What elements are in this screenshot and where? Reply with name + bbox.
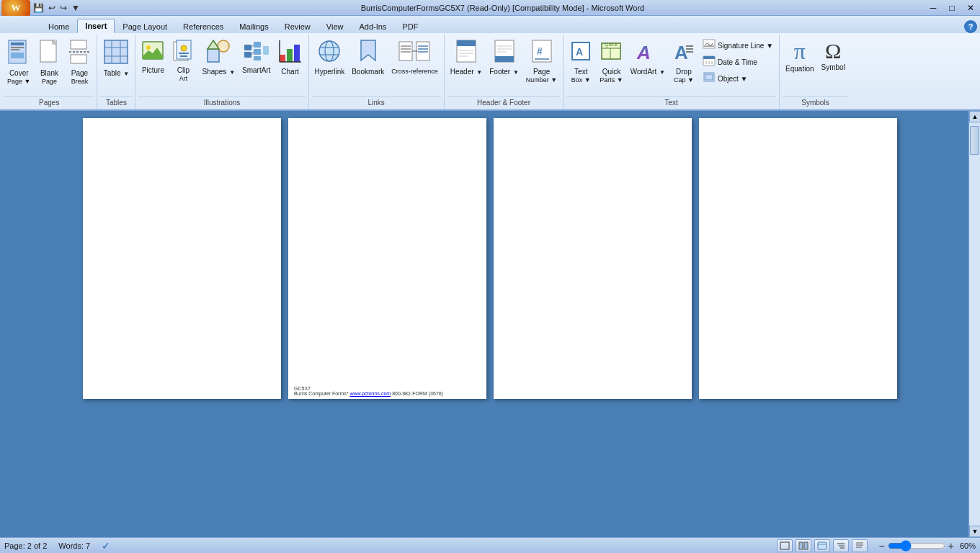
smartart-button[interactable]: SmartArt: [239, 37, 273, 76]
svg-point-40: [319, 41, 339, 61]
clip-art-button[interactable]: ClipArt: [169, 37, 197, 84]
svg-rect-90: [818, 542, 827, 549]
bookmark-button[interactable]: Bookmark: [349, 37, 387, 77]
hyperlink-button[interactable]: Hyperlink: [312, 37, 348, 77]
svg-text:Quick: Quick: [605, 42, 618, 48]
quick-parts-label: QuickParts ▼: [600, 68, 623, 84]
text-box-icon: A: [570, 39, 592, 67]
document-page-4: [699, 118, 897, 399]
signature-line-button[interactable]: Signature Line ▼: [700, 37, 776, 53]
zoom-slider[interactable]: [888, 541, 945, 551]
tab-view[interactable]: View: [318, 19, 352, 33]
scroll-thumb[interactable]: [970, 126, 979, 155]
hyperlink-icon: [317, 39, 342, 67]
tab-review[interactable]: Review: [277, 19, 318, 33]
restore-button[interactable]: □: [943, 0, 961, 16]
tables-group-label: Tables: [100, 96, 132, 108]
object-button[interactable]: Object ▼: [700, 71, 776, 86]
page-indicator: Page: 2 of 2: [4, 541, 47, 550]
undo-button[interactable]: ↩: [47, 2, 57, 14]
footer-label: Footer ▼: [489, 68, 519, 76]
svg-rect-35: [280, 55, 285, 62]
ribbon-group-pages: CoverPage ▼ BlankPage: [1, 35, 97, 109]
tab-insert[interactable]: Insert: [77, 19, 115, 33]
document-page-1: [83, 118, 281, 399]
table-button[interactable]: Table ▼: [100, 37, 132, 78]
scroll-up-button[interactable]: ▲: [969, 111, 980, 122]
shapes-button[interactable]: Shapes ▼: [199, 37, 238, 77]
svg-rect-10: [71, 55, 86, 63]
svg-rect-11: [104, 40, 128, 63]
header-icon: [455, 39, 477, 67]
quick-parts-icon: Quick: [600, 39, 622, 67]
blank-page-button[interactable]: BlankPage: [35, 37, 63, 86]
svg-rect-88: [799, 542, 803, 549]
page-break-button[interactable]: PageBreak: [65, 37, 94, 86]
quick-parts-button[interactable]: Quick QuickParts ▼: [597, 37, 625, 85]
wordart-button[interactable]: A WordArt ▼: [628, 37, 668, 77]
table-label: Table ▼: [104, 69, 130, 77]
svg-text:A: A: [674, 42, 688, 63]
outline-view-button[interactable]: [833, 539, 849, 552]
spell-check-icon[interactable]: ✓: [102, 540, 110, 552]
tab-mailings[interactable]: Mailings: [231, 19, 276, 33]
symbol-label: Symbol: [821, 63, 845, 71]
svg-rect-32: [263, 46, 269, 55]
header-button[interactable]: Header ▼: [447, 37, 486, 77]
minimize-button[interactable]: ─: [924, 0, 943, 16]
svg-text:#: #: [537, 45, 543, 57]
ribbon-group-illustrations: Picture ClipArt: [135, 35, 308, 109]
wordart-label: WordArt ▼: [631, 68, 665, 76]
print-layout-button[interactable]: [777, 539, 793, 552]
cross-reference-button[interactable]: Cross-reference: [388, 37, 441, 76]
office-button[interactable]: W: [1, 0, 30, 16]
footer-link[interactable]: www.pcforms.com: [349, 391, 391, 396]
bookmark-icon: [359, 39, 378, 67]
footer-button[interactable]: Footer ▼: [486, 37, 522, 77]
svg-rect-30: [254, 49, 261, 55]
svg-rect-24: [208, 49, 219, 62]
drop-cap-button[interactable]: A DropCap ▼: [669, 37, 698, 85]
tab-pdf[interactable]: PDF: [394, 19, 426, 33]
page-number-icon: #: [531, 39, 553, 67]
scroll-down-button[interactable]: ▼: [969, 526, 980, 537]
document-area: GC5X7 Burris Computer Forms* www.pcforms…: [0, 111, 980, 537]
zoom-in-button[interactable]: +: [948, 540, 954, 552]
zoom-out-button[interactable]: −: [879, 540, 885, 552]
cover-page-button[interactable]: CoverPage ▼: [4, 37, 33, 86]
full-screen-reading-button[interactable]: [796, 539, 811, 552]
svg-rect-55: [457, 40, 476, 46]
draft-view-button[interactable]: [852, 539, 868, 552]
picture-button[interactable]: Picture: [138, 37, 167, 76]
page-number-label: PageNumber ▼: [526, 68, 557, 84]
tab-references[interactable]: References: [175, 19, 231, 33]
svg-rect-45: [416, 42, 429, 60]
footer-icon: [494, 39, 515, 67]
page-footer-text: Burris Computer Forms* www.pcforms.com 8…: [294, 391, 443, 396]
date-time-button[interactable]: Date & Time: [700, 54, 776, 70]
tab-pagelayout[interactable]: Page Layout: [115, 19, 175, 33]
chart-button[interactable]: Chart: [275, 37, 306, 77]
tab-addins[interactable]: Add-Ins: [351, 19, 394, 33]
page-number-button[interactable]: # PageNumber ▼: [523, 37, 560, 85]
qa-dropdown-button[interactable]: ▼: [70, 2, 81, 14]
svg-line-33: [251, 45, 254, 48]
redo-button[interactable]: ↪: [58, 2, 68, 14]
object-icon: [703, 71, 716, 86]
drop-cap-icon: A: [673, 39, 695, 67]
help-button[interactable]: ?: [964, 20, 977, 33]
symbol-button[interactable]: Ω Symbol: [819, 37, 848, 73]
svg-rect-31: [254, 56, 261, 60]
scroll-track[interactable]: [969, 122, 980, 526]
svg-rect-36: [287, 49, 293, 62]
text-box-button[interactable]: A TextBox ▼: [566, 37, 595, 85]
close-button[interactable]: ✕: [961, 0, 980, 16]
smartart-icon: [244, 39, 270, 66]
links-group-label: Links: [312, 96, 441, 108]
equation-button[interactable]: π Equation: [783, 37, 816, 74]
web-layout-button[interactable]: [814, 539, 830, 552]
svg-point-25: [218, 40, 229, 52]
wordart-icon: A: [636, 39, 660, 67]
save-button[interactable]: 💾: [32, 2, 45, 14]
tab-home[interactable]: Home: [40, 19, 77, 33]
